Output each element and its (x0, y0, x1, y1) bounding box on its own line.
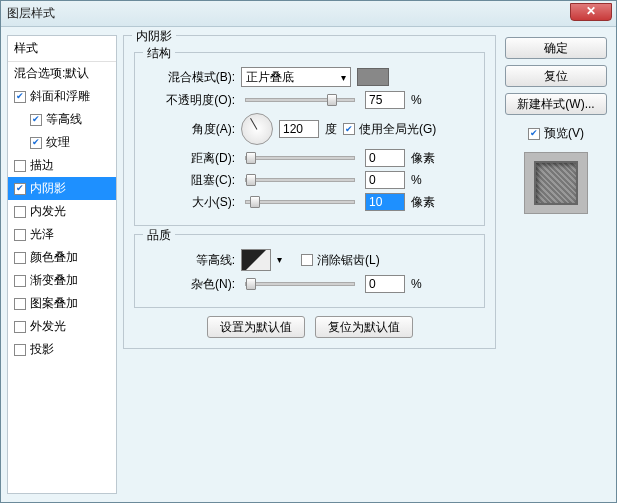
checkbox-icon (14, 275, 26, 287)
size-label: 大小(S): (145, 194, 235, 211)
checkbox-icon (14, 229, 26, 241)
antialias-checkbox[interactable]: 消除锯齿(L) (301, 252, 380, 269)
style-item-label: 投影 (30, 341, 54, 358)
style-item-satin[interactable]: 光泽 (8, 223, 116, 246)
style-item-drop_shadow[interactable]: 投影 (8, 338, 116, 361)
reset-default-button[interactable]: 复位为默认值 (315, 316, 413, 338)
blend-mode-dropdown[interactable]: 正片叠底 (241, 67, 351, 87)
shadow-color-swatch[interactable] (357, 68, 389, 86)
new-style-button[interactable]: 新建样式(W)... (505, 93, 607, 115)
action-panel: 确定 复位 新建样式(W)... 预览(V) (502, 35, 610, 494)
distance-label: 距离(D): (145, 150, 235, 167)
opacity-slider[interactable] (245, 98, 355, 102)
checkbox-icon (14, 160, 26, 172)
reset-button[interactable]: 复位 (505, 65, 607, 87)
styles-panel: 样式 混合选项:默认 斜面和浮雕等高线纹理描边内阴影内发光光泽颜色叠加渐变叠加图… (7, 35, 117, 494)
checkbox-icon (14, 298, 26, 310)
style-item-label: 内阴影 (30, 180, 66, 197)
angle-label: 角度(A): (145, 121, 235, 138)
style-item-color_overlay[interactable]: 颜色叠加 (8, 246, 116, 269)
noise-slider[interactable] (245, 282, 355, 286)
structure-fieldset: 结构 混合模式(B): 正片叠底 不透明度(O): % 角度(A): (134, 52, 485, 226)
style-item-gradient_overlay[interactable]: 渐变叠加 (8, 269, 116, 292)
preview-thumbnail (524, 152, 588, 214)
checkbox-icon (14, 206, 26, 218)
quality-fieldset: 品质 等高线: 消除锯齿(L) 杂色(N): (134, 234, 485, 308)
size-input[interactable] (365, 193, 405, 211)
distance-input[interactable] (365, 149, 405, 167)
inner-shadow-fieldset: 内阴影 结构 混合模式(B): 正片叠底 不透明度(O): % (123, 35, 496, 349)
opacity-input[interactable] (365, 91, 405, 109)
choke-label: 阻塞(C): (145, 172, 235, 189)
settings-panel: 内阴影 结构 混合模式(B): 正片叠底 不透明度(O): % (123, 35, 496, 494)
style-item-label: 等高线 (46, 111, 82, 128)
checkbox-icon (528, 128, 540, 140)
window-title: 图层样式 (7, 5, 55, 22)
style-item-label: 图案叠加 (30, 295, 78, 312)
choke-input[interactable] (365, 171, 405, 189)
opacity-label: 不透明度(O): (145, 92, 235, 109)
style-item-label: 外发光 (30, 318, 66, 335)
style-item-inner_shadow[interactable]: 内阴影 (8, 177, 116, 200)
titlebar: 图层样式 ✕ (1, 1, 616, 27)
ok-button[interactable]: 确定 (505, 37, 607, 59)
style-item-label: 颜色叠加 (30, 249, 78, 266)
style-item-bevel[interactable]: 斜面和浮雕 (8, 85, 116, 108)
checkbox-icon (14, 252, 26, 264)
preview-texture (534, 161, 578, 205)
close-button[interactable]: ✕ (570, 3, 612, 21)
quality-title: 品质 (143, 227, 175, 244)
style-item-label: 内发光 (30, 203, 66, 220)
contour-picker[interactable] (241, 249, 271, 271)
checkbox-icon (14, 91, 26, 103)
checkbox-icon (301, 254, 313, 266)
checkbox-icon (14, 321, 26, 333)
global-light-checkbox[interactable]: 使用全局光(G) (343, 121, 436, 138)
checkbox-icon (30, 114, 42, 126)
layer-style-dialog: 图层样式 ✕ 样式 混合选项:默认 斜面和浮雕等高线纹理描边内阴影内发光光泽颜色… (0, 0, 617, 503)
angle-input[interactable] (279, 120, 319, 138)
size-slider[interactable] (245, 200, 355, 204)
style-item-label: 斜面和浮雕 (30, 88, 90, 105)
style-item-texture[interactable]: 纹理 (8, 131, 116, 154)
contour-label: 等高线: (145, 252, 235, 269)
style-item-inner_glow[interactable]: 内发光 (8, 200, 116, 223)
blend-mode-label: 混合模式(B): (145, 69, 235, 86)
styles-header: 样式 (8, 36, 116, 62)
blend-options-row[interactable]: 混合选项:默认 (8, 62, 116, 85)
style-item-label: 光泽 (30, 226, 54, 243)
panel-title: 内阴影 (132, 28, 176, 45)
checkbox-icon (14, 344, 26, 356)
checkbox-icon (14, 183, 26, 195)
structure-title: 结构 (143, 45, 175, 62)
style-item-label: 纹理 (46, 134, 70, 151)
choke-slider[interactable] (245, 178, 355, 182)
checkbox-icon (343, 123, 355, 135)
preview-checkbox[interactable]: 预览(V) (528, 125, 584, 142)
style-item-label: 渐变叠加 (30, 272, 78, 289)
distance-slider[interactable] (245, 156, 355, 160)
checkbox-icon (30, 137, 42, 149)
style-item-stroke[interactable]: 描边 (8, 154, 116, 177)
style-item-pattern_overlay[interactable]: 图案叠加 (8, 292, 116, 315)
angle-dial[interactable] (241, 113, 273, 145)
make-default-button[interactable]: 设置为默认值 (207, 316, 305, 338)
style-list: 斜面和浮雕等高线纹理描边内阴影内发光光泽颜色叠加渐变叠加图案叠加外发光投影 (8, 85, 116, 493)
noise-input[interactable] (365, 275, 405, 293)
style-item-contour[interactable]: 等高线 (8, 108, 116, 131)
noise-label: 杂色(N): (145, 276, 235, 293)
style-item-outer_glow[interactable]: 外发光 (8, 315, 116, 338)
style-item-label: 描边 (30, 157, 54, 174)
